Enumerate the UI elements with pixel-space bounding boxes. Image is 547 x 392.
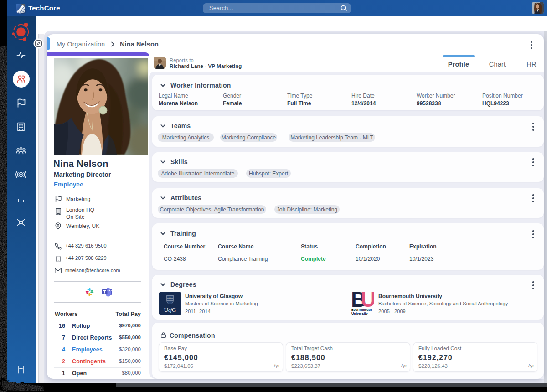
svg-text:University: University <box>351 311 368 315</box>
svg-text:UofG: UofG <box>164 306 176 313</box>
